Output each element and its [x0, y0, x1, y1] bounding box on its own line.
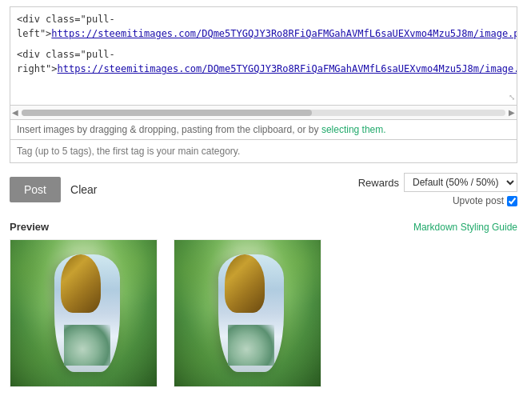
- code-line-1: <div class="pull-left">https://steemitim…: [17, 12, 510, 41]
- rewards-line: Rewards Default (50% / 50%) Power up 100…: [358, 173, 517, 192]
- hair-2: [225, 254, 264, 313]
- preview-images: [10, 239, 517, 387]
- scroll-right-arrow[interactable]: ▶: [509, 108, 515, 117]
- upvote-label: Upvote post: [453, 195, 504, 206]
- toolbar-row: Post Clear Rewards Default (50% / 50%) P…: [10, 173, 517, 206]
- flowers-1: [64, 325, 110, 366]
- upvote-row: Upvote post: [453, 195, 517, 206]
- resize-handle[interactable]: ⤡: [509, 91, 515, 103]
- flowers-2: [228, 325, 274, 366]
- rewards-select[interactable]: Default (50% / 50%) Power up 100% Declin…: [404, 173, 517, 192]
- painting-canvas-1: [10, 240, 157, 386]
- image-hint-text: Insert images by dragging & dropping, pa…: [17, 124, 321, 135]
- scrollbar-thumb[interactable]: [22, 110, 312, 116]
- select-images-link[interactable]: selecting them.: [321, 124, 386, 135]
- link-2[interactable]: https://steemitimages.com/DQme5TYGQJY3Ro…: [58, 63, 517, 74]
- figure-1: [54, 254, 120, 371]
- scroll-left-arrow[interactable]: ◀: [12, 108, 18, 117]
- clear-button[interactable]: Clear: [70, 183, 97, 196]
- scrollbar-area[interactable]: ◀ ▶: [10, 106, 517, 120]
- link-1[interactable]: https://steemitimages.com/DQme5TYGQJY3Ro…: [51, 28, 517, 39]
- toolbar-left: Post Clear: [10, 177, 97, 202]
- main-container: <div class="pull-left">https://steemitim…: [0, 0, 527, 394]
- hair-1: [61, 254, 100, 313]
- image-hint: Insert images by dragging & dropping, pa…: [10, 120, 517, 140]
- editor-area[interactable]: <div class="pull-left">https://steemitim…: [10, 6, 517, 106]
- tag-input-display[interactable]: [10, 140, 517, 163]
- tag-input[interactable]: [17, 146, 510, 157]
- preview-image-1: [10, 239, 158, 387]
- rewards-label: Rewards: [358, 177, 399, 189]
- post-button[interactable]: Post: [10, 177, 61, 202]
- code-line-2: <div class="pull-right">https://steemiti…: [17, 47, 510, 76]
- preview-header: Preview Markdown Styling Guide: [10, 221, 517, 233]
- markdown-guide-link[interactable]: Markdown Styling Guide: [413, 222, 517, 233]
- figure-2: [218, 254, 284, 371]
- painting-canvas-2: [174, 240, 321, 386]
- upvote-checkbox[interactable]: [507, 196, 517, 206]
- rewards-block: Rewards Default (50% / 50%) Power up 100…: [358, 173, 517, 206]
- preview-image-2: [174, 239, 321, 387]
- preview-label: Preview: [10, 221, 49, 233]
- scrollbar-track[interactable]: [22, 110, 505, 116]
